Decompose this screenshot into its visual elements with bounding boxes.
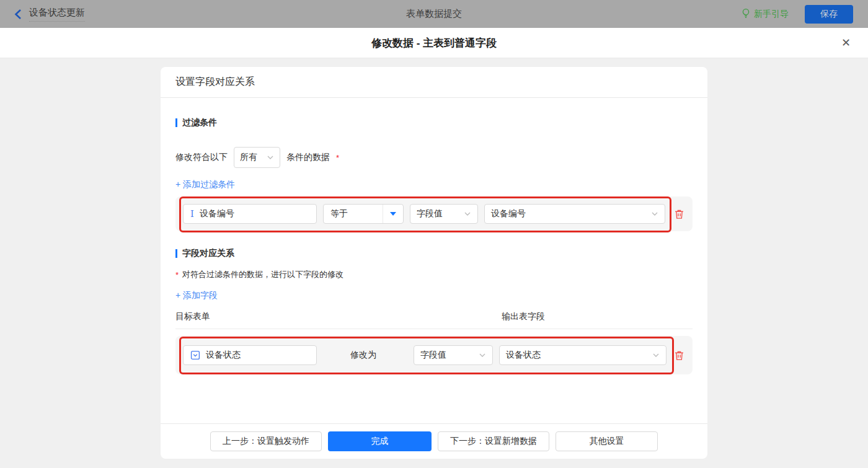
text-field-icon: I — [190, 210, 194, 219]
mapping-description-line: * 对符合过滤条件的数据，进行以下字段的修改 — [175, 269, 693, 280]
delete-row-button[interactable] — [674, 209, 684, 219]
other-settings-button[interactable]: 其他设置 — [556, 431, 658, 451]
save-button[interactable]: 保存 — [805, 5, 853, 24]
field-mapping-row: 设备状态 修改为 字段值 设备状态 — [175, 336, 693, 374]
top-bar: 设备状态更新 表单数据提交 新手引导 保存 — [0, 0, 868, 28]
dialog-title: 修改数据 - 主表到普通字段 — [371, 36, 497, 50]
page-title: 表单数据提交 — [406, 8, 462, 20]
card-title: 设置字段对应关系 — [175, 76, 255, 89]
card-footer: 上一步：设置触发动作 完成 下一步：设置新增数据 其他设置 — [161, 423, 707, 459]
done-button[interactable]: 完成 — [328, 431, 432, 451]
previous-step-button[interactable]: 上一步：设置触发动作 — [210, 431, 322, 451]
card-header: 设置字段对应关系 — [161, 67, 707, 98]
trash-icon — [674, 209, 684, 219]
select-field-icon — [190, 350, 200, 360]
chevron-down-icon — [479, 351, 486, 359]
chevron-down-icon — [464, 210, 471, 218]
delete-row-button[interactable] — [674, 350, 684, 361]
back-icon[interactable] — [14, 9, 22, 20]
lightbulb-icon — [742, 8, 750, 20]
beginner-guide-label: 新手引导 — [754, 9, 789, 20]
output-field-column-header: 输出表字段 — [502, 311, 545, 322]
add-filter-condition-link[interactable]: + 添加过滤条件 — [175, 178, 235, 190]
close-icon[interactable]: ✕ — [841, 37, 851, 48]
match-mode-select[interactable]: 所有 — [234, 147, 280, 168]
next-step-button[interactable]: 下一步：设置新增数据 — [438, 431, 549, 451]
beginner-guide-link[interactable]: 新手引导 — [742, 8, 789, 20]
filter-section-heading: 过滤条件 — [175, 117, 693, 128]
filter-condition-row: I 设备编号 等于 字段值 设备编号 — [175, 196, 693, 231]
section-accent-bar — [175, 249, 177, 258]
dialog-header: 修改数据 - 主表到普通字段 ✕ — [0, 28, 868, 58]
modify-to-label: 修改为 — [350, 350, 376, 361]
chevron-down-icon — [267, 154, 274, 161]
required-mark: * — [175, 270, 179, 280]
triangle-down-icon — [390, 212, 396, 216]
filter-field-input[interactable]: I 设备编号 — [183, 204, 317, 224]
condition-prefix-label: 修改符合以下 — [175, 152, 228, 163]
mapping-description: 对符合过滤条件的数据，进行以下字段的修改 — [182, 269, 343, 280]
target-form-column-header: 目标表单 — [175, 311, 210, 322]
value-field-select[interactable]: 设备编号 — [484, 204, 665, 224]
mapping-column-headers: 目标表单 输出表字段 — [175, 311, 693, 329]
operator-select[interactable]: 等于 — [323, 204, 404, 224]
value-type-select[interactable]: 字段值 — [414, 345, 493, 365]
required-mark: * — [336, 153, 339, 162]
chevron-down-icon — [652, 351, 660, 359]
settings-card: 设置字段对应关系 过滤条件 修改符合以下 所有 条件的数据 * + 添加过滤条件 — [161, 67, 707, 459]
output-field-select[interactable]: 设备状态 — [499, 345, 666, 365]
add-field-link[interactable]: + 添加字段 — [175, 289, 218, 301]
section-accent-bar — [175, 118, 177, 127]
trash-icon — [674, 350, 684, 361]
mapping-section-heading: 字段对应关系 — [175, 248, 693, 259]
value-type-select[interactable]: 字段值 — [410, 204, 478, 224]
operator-dropdown-button[interactable] — [383, 205, 403, 223]
target-field-input[interactable]: 设备状态 — [183, 345, 317, 365]
chevron-down-icon — [651, 210, 658, 218]
workflow-title[interactable]: 设备状态更新 — [29, 7, 85, 22]
filter-condition-line: 修改符合以下 所有 条件的数据 * — [175, 147, 693, 168]
dialog-body: 设置字段对应关系 过滤条件 修改符合以下 所有 条件的数据 * + 添加过滤条件 — [0, 58, 868, 468]
condition-suffix-label: 条件的数据 — [286, 152, 330, 163]
